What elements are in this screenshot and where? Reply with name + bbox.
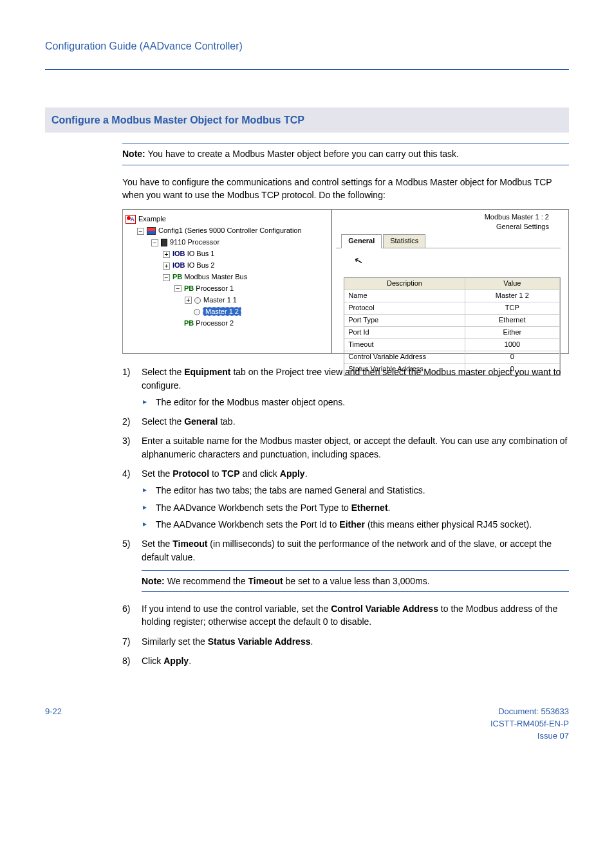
tree-proc1-label: Processor 1 bbox=[196, 284, 234, 292]
panel-title-2: General Settings bbox=[332, 222, 549, 231]
app-icon bbox=[126, 215, 136, 224]
tree-iobus-1[interactable]: +IOB IO Bus 1 bbox=[126, 248, 328, 260]
grid-desc: Port Type bbox=[344, 315, 465, 327]
iob-tag: IOB bbox=[172, 250, 185, 257]
step-1-sub: The editor for the Modbus master object … bbox=[142, 396, 569, 409]
page-number: 9-22 bbox=[45, 706, 62, 743]
expander-icon[interactable]: − bbox=[137, 228, 144, 235]
step-4: Set the Protocol to TCP and click Apply.… bbox=[122, 467, 569, 531]
tree-root-label: Example bbox=[138, 215, 166, 223]
step-2: Select the General tab. bbox=[122, 415, 569, 428]
panel-title-1: Modbus Master 1 : 2 bbox=[332, 212, 549, 221]
expander-icon[interactable]: − bbox=[151, 239, 158, 246]
iob-tag: IOB bbox=[172, 261, 185, 269]
grid-val[interactable]: 0 bbox=[465, 351, 560, 364]
footer-document: Document: 553633 bbox=[490, 706, 569, 718]
grid-val[interactable]: TCP bbox=[465, 302, 560, 315]
tree-iobus1-label: IO Bus 1 bbox=[187, 250, 215, 257]
page-footer: 9-22 Document: 553633 ICSTT-RM405f-EN-P … bbox=[45, 706, 569, 743]
step-5: Set the Timeout (in milliseconds) to sui… bbox=[122, 537, 569, 592]
grid-desc: Control Variable Address bbox=[344, 351, 465, 364]
tree-config-label: Config1 (Series 9000 Controller Configur… bbox=[158, 226, 302, 234]
note-box-create-first: Note: You have to create a Modbus Master… bbox=[122, 143, 569, 165]
step-1: Select the Equipment tab on the Project … bbox=[122, 365, 569, 409]
note-box-timeout: Note: We recommend the Timeout be set to… bbox=[142, 570, 569, 592]
page-header-title: Configuration Guide (AADvance Controller… bbox=[45, 39, 569, 53]
grid-val[interactable]: Ethernet bbox=[465, 315, 560, 327]
note-text: You have to create a Modbus Master objec… bbox=[145, 149, 459, 159]
table-row[interactable]: Timeout1000 bbox=[344, 339, 560, 351]
step-6: If you intend to use the control variabl… bbox=[122, 602, 569, 629]
tree-processor-main[interactable]: −9110 Processor bbox=[126, 237, 328, 248]
property-grid[interactable]: Description Value NameMaster 1 2 Protoco… bbox=[344, 277, 561, 376]
grid-val[interactable]: Either bbox=[465, 327, 560, 339]
pb-tag: PB bbox=[184, 319, 194, 327]
expander-icon[interactable]: − bbox=[174, 285, 181, 292]
step-4-sub-3: The AADvance Workbench sets the Port Id … bbox=[142, 518, 569, 531]
tree-root[interactable]: Example bbox=[126, 214, 328, 225]
grid-desc: Timeout bbox=[344, 339, 465, 351]
tree-m12-label: Master 1 2 bbox=[203, 307, 241, 316]
step-3: Enter a suitable name for the Modbus mas… bbox=[122, 434, 569, 461]
grid-val[interactable]: Master 1 2 bbox=[465, 290, 560, 302]
tree-config[interactable]: −Config1 (Series 9000 Controller Configu… bbox=[126, 225, 328, 237]
tab-general[interactable]: General bbox=[341, 234, 382, 248]
expander-icon[interactable]: + bbox=[185, 297, 192, 304]
table-row[interactable]: NameMaster 1 2 bbox=[344, 290, 560, 302]
note-label: Note: bbox=[142, 576, 165, 586]
grid-desc: Protocol bbox=[344, 302, 465, 315]
tree-processor-2[interactable]: PB Processor 2 bbox=[126, 318, 328, 329]
tree-view[interactable]: Example −Config1 (Series 9000 Controller… bbox=[123, 210, 332, 353]
pb-tag: PB bbox=[184, 284, 194, 292]
table-row[interactable]: Port IdEither bbox=[344, 327, 560, 339]
steps-list: Select the Equipment tab on the Project … bbox=[122, 365, 569, 667]
pb-tag: PB bbox=[172, 273, 182, 281]
expander-icon[interactable]: − bbox=[163, 274, 170, 281]
tree-iobus-2[interactable]: +IOB IO Bus 2 bbox=[126, 260, 328, 272]
editor-panel: Modbus Master 1 : 2 General Settings Gen… bbox=[332, 210, 568, 353]
grid-header-description: Description bbox=[344, 278, 465, 290]
tree-m11-label: Master 1 1 bbox=[203, 296, 237, 304]
tree-master-1-1[interactable]: +Master 1 1 bbox=[126, 295, 328, 306]
tree-processor-label: 9110 Processor bbox=[170, 238, 219, 246]
header-rule bbox=[45, 69, 569, 70]
tree-processor-1[interactable]: −PB Processor 1 bbox=[126, 283, 328, 295]
tabs-row: GeneralStatistics bbox=[336, 234, 561, 248]
step-8: Click Apply. bbox=[122, 654, 569, 667]
section-heading: Configure a Modbus Master Object for Mod… bbox=[45, 107, 569, 133]
step-4-sub-2: The AADvance Workbench sets the Port Typ… bbox=[142, 501, 569, 514]
table-row[interactable]: ProtocolTCP bbox=[344, 302, 560, 315]
tree-master-1-2-selected[interactable]: Master 1 2 bbox=[126, 306, 328, 318]
tab-statistics[interactable]: Statistics bbox=[383, 234, 425, 248]
processor-icon bbox=[161, 239, 167, 246]
embedded-screenshot: Example −Config1 (Series 9000 Controller… bbox=[122, 209, 569, 354]
grid-val[interactable]: 1000 bbox=[465, 339, 560, 351]
tree-modbus-master-bus[interactable]: −PB Modbus Master Bus bbox=[126, 272, 328, 283]
cursor-icon: ↖ bbox=[352, 253, 364, 270]
footer-issue: Issue 07 bbox=[490, 730, 569, 743]
master-node-icon bbox=[194, 297, 201, 304]
tree-iobus2-label: IO Bus 2 bbox=[187, 261, 215, 269]
master-node-icon bbox=[194, 309, 200, 315]
grid-desc: Name bbox=[344, 290, 465, 302]
tree-mmb-label: Modbus Master Bus bbox=[184, 273, 247, 281]
table-row[interactable]: Port TypeEthernet bbox=[344, 315, 560, 327]
intro-paragraph: You have to configure the communications… bbox=[122, 176, 569, 202]
grid-header-value: Value bbox=[465, 278, 560, 290]
note-label: Note: bbox=[122, 149, 145, 159]
step-7: Similarly set the Status Variable Addres… bbox=[122, 635, 569, 648]
footer-code: ICSTT-RM405f-EN-P bbox=[490, 718, 569, 730]
config-icon bbox=[147, 227, 156, 235]
expander-icon[interactable]: + bbox=[163, 263, 170, 270]
expander-icon[interactable]: + bbox=[163, 251, 170, 258]
grid-desc: Port Id bbox=[344, 327, 465, 339]
table-row[interactable]: Control Variable Address0 bbox=[344, 351, 560, 364]
tree-proc2-label: Processor 2 bbox=[196, 319, 234, 327]
step-4-sub-1: The editor has two tabs; the tabs are na… bbox=[142, 484, 569, 497]
